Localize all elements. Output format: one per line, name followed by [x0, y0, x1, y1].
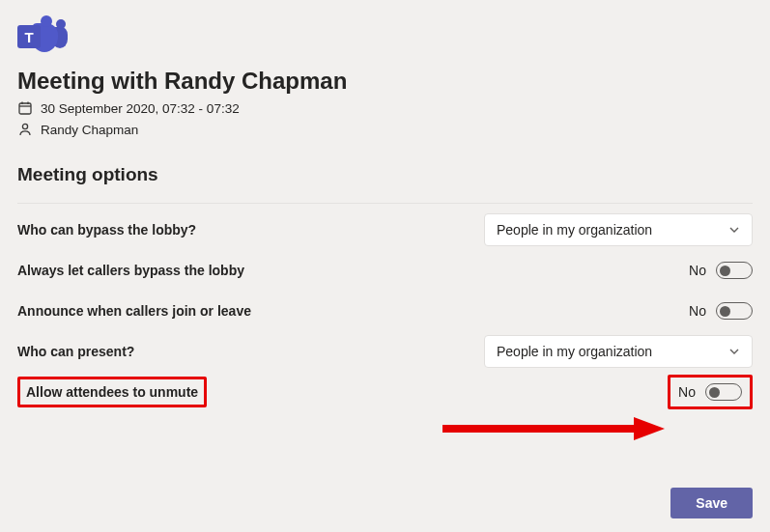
save-button[interactable]: Save: [670, 488, 753, 518]
svg-rect-0: [19, 103, 31, 114]
option-row-unmute: Allow attendees to unmute No: [17, 372, 753, 412]
unmute-state: No: [678, 384, 696, 400]
announce-toggle[interactable]: [716, 302, 753, 320]
announce-state: No: [689, 303, 706, 319]
option-label-callers-bypass: Always let callers bypass the lobby: [17, 263, 244, 278]
svg-point-4: [22, 124, 27, 128]
teams-logo-letter: T: [24, 29, 33, 45]
option-row-presenters: Who can present? People in my organizati…: [17, 331, 753, 372]
option-label-announce: Announce when callers join or leave: [17, 303, 251, 319]
option-row-announce: Announce when callers join or leave No: [17, 291, 753, 331]
callers-bypass-toggle[interactable]: [716, 262, 753, 279]
option-label-unmute: Allow attendees to unmute: [26, 384, 198, 400]
person-icon: [17, 122, 33, 137]
svg-marker-6: [634, 417, 665, 440]
bypass-lobby-value: People in my organization: [497, 222, 652, 238]
bypass-lobby-select[interactable]: People in my organization: [484, 213, 753, 246]
callers-bypass-state: No: [689, 263, 706, 278]
page-title: Meeting with Randy Chapman: [17, 68, 753, 95]
option-row-bypass-lobby: Who can bypass the lobby? People in my o…: [17, 210, 753, 250]
chevron-down-icon: [728, 346, 740, 357]
meeting-organizer-row: Randy Chapman: [17, 122, 753, 137]
unmute-toggle[interactable]: [705, 383, 742, 401]
teams-logo-icon: T: [17, 17, 68, 60]
calendar-icon: [17, 100, 33, 116]
option-label-bypass-lobby: Who can bypass the lobby?: [17, 222, 196, 238]
meeting-datetime: 30 September 2020, 07:32 - 07:32: [41, 101, 240, 116]
chevron-down-icon: [728, 224, 740, 236]
meeting-datetime-row: 30 September 2020, 07:32 - 07:32: [17, 100, 753, 116]
svg-rect-5: [442, 425, 636, 433]
presenters-value: People in my organization: [497, 344, 652, 359]
section-title: Meeting options: [17, 164, 753, 185]
divider: [17, 203, 753, 204]
meeting-organizer: Randy Chapman: [41, 123, 138, 137]
option-label-presenters: Who can present?: [17, 344, 134, 359]
presenters-select[interactable]: People in my organization: [484, 335, 753, 368]
annotation-arrow-icon: [442, 417, 665, 440]
option-row-callers-bypass: Always let callers bypass the lobby No: [17, 250, 753, 291]
